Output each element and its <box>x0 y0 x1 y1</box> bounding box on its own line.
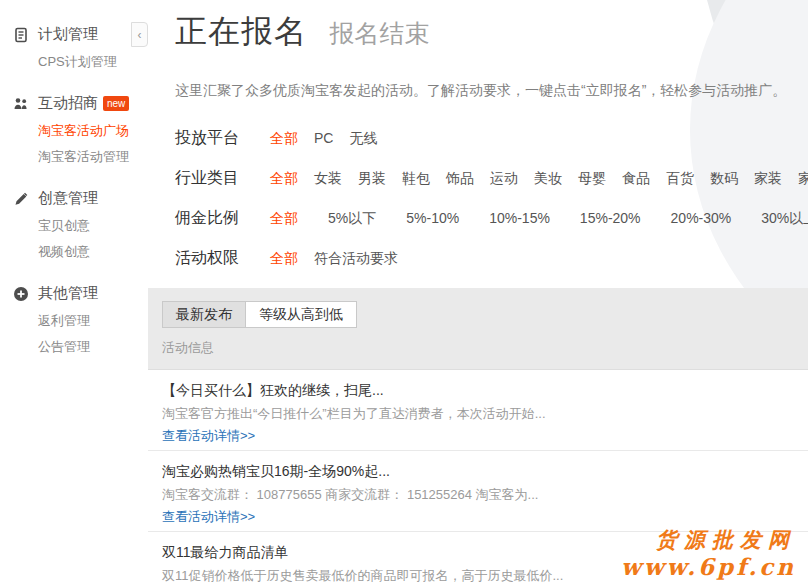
site-watermark: 货源批发网 www.6pf.cn <box>621 527 796 581</box>
filter-option[interactable]: 无线 <box>349 130 377 148</box>
sidebar-collapse-button[interactable]: ‹ <box>131 22 148 47</box>
activity-list-item: 淘宝必购热销宝贝16期-全场90%起... 淘宝客交流群： 108775655 … <box>148 451 808 532</box>
filter-option[interactable]: PC <box>314 130 333 146</box>
activity-detail-link[interactable]: 查看活动详情>> <box>162 427 255 444</box>
sidebar-group-creative: 创意管理 宝贝创意 视频创意 <box>0 184 148 265</box>
filter-option[interactable]: 运动 <box>490 170 518 188</box>
watermark-line1: 货源批发网 <box>621 527 796 553</box>
sidebar-item-item-creative[interactable]: 宝贝创意 <box>0 213 148 239</box>
sidebar-group-merchants: 互动招商 new 淘宝客活动广场 淘宝客活动管理 <box>0 89 148 170</box>
sidebar-item-creative-management[interactable]: 创意管理 <box>0 184 148 213</box>
filter-option[interactable]: 15%-20% <box>580 210 641 226</box>
filter-option[interactable]: 20%-30% <box>671 210 732 226</box>
filter-row-commission: 佣金比例 全部 5%以下 5%-10% 10%-15% 15%-20% 20%-… <box>175 208 808 229</box>
filter-label: 佣金比例 <box>175 208 270 229</box>
activity-title[interactable]: 【今日买什么】狂欢的继续，扫尾... <box>162 381 808 399</box>
filter-option[interactable]: 男装 <box>358 170 386 188</box>
page-header: 正在报名 报名结束 <box>148 0 808 54</box>
sidebar-group-label: 互动招商 <box>38 94 98 113</box>
filter-row-category: 行业类目 全部 女装 男装 鞋包 饰品 运动 美妆 母婴 食品 百货 数码 家装… <box>175 168 808 189</box>
sidebar-item-rebate-management[interactable]: 返利管理 <box>0 308 148 334</box>
tab-signup-ended[interactable]: 报名结束 <box>329 19 429 47</box>
sidebar-item-video-creative[interactable]: 视频创意 <box>0 239 148 265</box>
filter-option[interactable]: 家装 <box>754 170 782 188</box>
chevron-left-icon: ‹ <box>138 28 142 42</box>
filter-label: 行业类目 <box>175 168 270 189</box>
activity-list-item: 【今日买什么】狂欢的继续，扫尾... 淘宝客官方推出“今日推什么”栏目为了直达消… <box>148 370 808 451</box>
filter-row-permission: 活动权限 全部 符合活动要求 <box>175 248 808 269</box>
new-badge: new <box>103 96 129 111</box>
activity-detail-link[interactable]: 查看活动详情>> <box>162 508 255 525</box>
activity-description: 淘宝客交流群： 108775655 商家交流群： 151255264 淘宝客为.… <box>162 486 808 503</box>
plus-circle-icon <box>12 285 29 302</box>
filter-option[interactable]: 数码 <box>710 170 738 188</box>
filter-option[interactable]: 10%-15% <box>489 210 550 226</box>
main-content: 正在报名 报名结束 这里汇聚了众多优质淘宝客发起的活动。了解活动要求，一键点击“… <box>148 0 808 585</box>
filter-panel: 投放平台 全部 PC 无线 行业类目 全部 女装 男装 鞋包 饰品 运动 美妆 … <box>148 128 808 269</box>
tab-latest-published[interactable]: 最新发布 <box>162 301 246 328</box>
pen-icon <box>12 190 29 207</box>
filter-option[interactable]: 全部 <box>270 250 298 268</box>
sidebar-group-other: 其他管理 返利管理 公告管理 <box>0 279 148 360</box>
filter-option[interactable]: 全部 <box>270 130 298 148</box>
people-icon <box>12 95 29 112</box>
filter-option[interactable]: 饰品 <box>446 170 474 188</box>
sidebar-item-announcement-management[interactable]: 公告管理 <box>0 334 148 360</box>
sidebar: 计划管理 CPS计划管理 互动招商 new 淘宝客活动广场 淘宝客活动管理 创意… <box>0 0 148 585</box>
filter-option[interactable]: 全部 <box>270 210 298 228</box>
sidebar-group-label: 其他管理 <box>38 284 98 303</box>
filter-label: 活动权限 <box>175 248 270 269</box>
clipboard-icon <box>12 26 29 43</box>
sort-tabs: 最新发布 等级从高到低 <box>162 301 357 328</box>
sidebar-group-label: 计划管理 <box>38 25 98 44</box>
watermark-line2: www.6pf.cn <box>621 553 796 581</box>
filter-option[interactable]: 母婴 <box>578 170 606 188</box>
list-toolbar: 最新发布 等级从高到低 活动信息 <box>148 288 808 370</box>
sidebar-item-plan-management[interactable]: 计划管理 <box>0 20 148 49</box>
filter-option[interactable]: 食品 <box>622 170 650 188</box>
filter-option[interactable]: 百货 <box>666 170 694 188</box>
filter-label: 投放平台 <box>175 128 270 149</box>
filter-option[interactable]: 女装 <box>314 170 342 188</box>
list-column-header: 活动信息 <box>162 339 808 361</box>
page-title: 正在报名 <box>175 13 307 49</box>
filter-option[interactable]: 鞋包 <box>402 170 430 188</box>
sidebar-item-other-management[interactable]: 其他管理 <box>0 279 148 308</box>
filter-option[interactable]: 5%-10% <box>406 210 459 226</box>
sidebar-item-taoke-activity-management[interactable]: 淘宝客活动管理 <box>0 144 148 170</box>
sidebar-item-cps-plan[interactable]: CPS计划管理 <box>0 49 148 75</box>
sidebar-group-label: 创意管理 <box>38 189 98 208</box>
filter-option[interactable]: 全部 <box>270 170 298 188</box>
filter-option[interactable]: 家 <box>798 170 808 188</box>
activity-description: 淘宝客官方推出“今日推什么”栏目为了直达消费者，本次活动开始... <box>162 405 808 422</box>
filter-row-platform: 投放平台 全部 PC 无线 <box>175 128 808 149</box>
filter-option[interactable]: 30%以上 <box>761 210 808 228</box>
sidebar-item-taoke-activity-plaza[interactable]: 淘宝客活动广场 <box>0 118 148 144</box>
sidebar-item-interactive-merchants[interactable]: 互动招商 new <box>0 89 148 118</box>
sidebar-group-plan: 计划管理 CPS计划管理 <box>0 20 148 75</box>
filter-option[interactable]: 符合活动要求 <box>314 250 398 268</box>
filter-option[interactable]: 美妆 <box>534 170 562 188</box>
filter-option[interactable]: 5%以下 <box>328 210 376 228</box>
tab-level-high-to-low[interactable]: 等级从高到低 <box>246 301 357 328</box>
activity-title[interactable]: 淘宝必购热销宝贝16期-全场90%起... <box>162 462 808 480</box>
page-description: 这里汇聚了众多优质淘宝客发起的活动。了解活动要求，一键点击“立即报名”，轻松参与… <box>175 80 808 100</box>
